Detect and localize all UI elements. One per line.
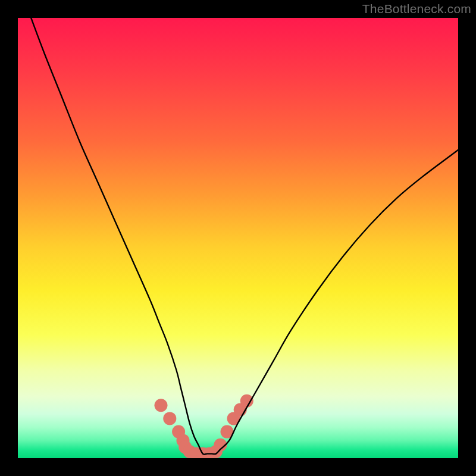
bottleneck-curve xyxy=(31,18,458,455)
highlight-dot xyxy=(240,394,253,408)
highlight-dot xyxy=(155,399,168,412)
highlight-dot xyxy=(163,412,176,425)
curve-svg xyxy=(18,18,458,458)
plot-area xyxy=(18,18,458,458)
highlight-dots xyxy=(155,394,253,458)
watermark-text: TheBottleneck.com xyxy=(362,2,471,16)
chart-frame: TheBottleneck.com xyxy=(0,0,476,476)
